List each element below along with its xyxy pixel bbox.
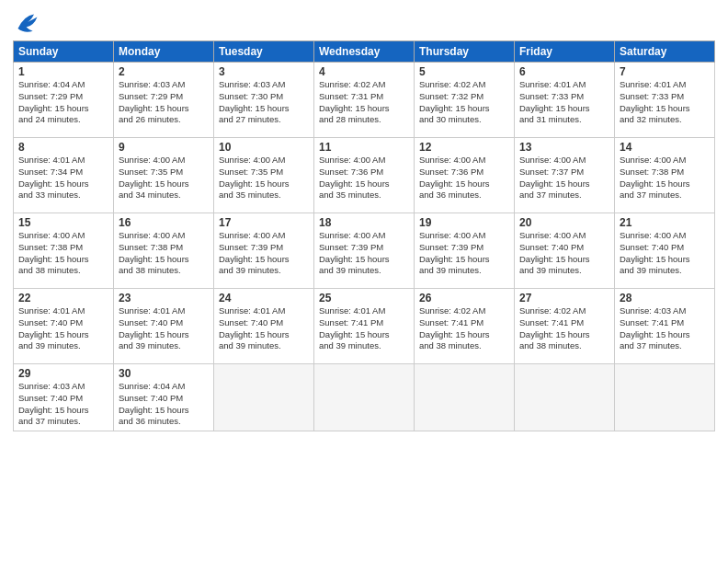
day-info: and 39 minutes. (620, 265, 710, 277)
day-number: 12 (419, 141, 509, 154)
calendar-cell: 8Sunrise: 4:01 AMSunset: 7:34 PMDaylight… (14, 138, 114, 213)
day-info: Sunset: 7:29 PM (119, 91, 209, 103)
day-info: Sunset: 7:40 PM (519, 242, 609, 254)
header-day-saturday: Saturday (615, 41, 715, 63)
day-number: 30 (119, 367, 209, 380)
day-info: and 39 minutes. (419, 265, 509, 277)
calendar-cell: 10Sunrise: 4:00 AMSunset: 7:35 PMDayligh… (214, 138, 314, 213)
day-info: and 38 minutes. (419, 340, 509, 352)
day-info: and 31 minutes. (519, 114, 609, 126)
day-info: Sunrise: 4:00 AM (519, 155, 609, 167)
day-number: 28 (620, 292, 710, 304)
day-info: and 37 minutes. (620, 340, 710, 352)
day-info: Daylight: 15 hours (18, 254, 108, 266)
day-info: and 39 minutes. (18, 340, 108, 352)
day-number: 24 (219, 292, 309, 304)
calendar-cell: 23Sunrise: 4:01 AMSunset: 7:40 PMDayligh… (114, 289, 214, 364)
day-info: and 27 minutes. (219, 114, 309, 126)
day-info: Daylight: 15 hours (319, 329, 409, 341)
day-info: Daylight: 15 hours (219, 329, 309, 341)
day-number: 1 (18, 65, 108, 78)
day-info: Sunset: 7:38 PM (18, 242, 108, 254)
day-info: Sunrise: 4:01 AM (119, 305, 209, 317)
day-info: Sunrise: 4:00 AM (119, 230, 209, 242)
calendar-body: 1Sunrise: 4:04 AMSunset: 7:29 PMDaylight… (14, 63, 715, 431)
day-info: Sunrise: 4:02 AM (419, 305, 509, 317)
day-info: Daylight: 15 hours (319, 103, 409, 115)
day-number: 23 (119, 292, 209, 304)
day-info: Sunrise: 4:04 AM (18, 79, 108, 91)
day-info: Sunrise: 4:01 AM (519, 79, 609, 91)
calendar-cell: 3Sunrise: 4:03 AMSunset: 7:30 PMDaylight… (214, 63, 314, 138)
day-number: 16 (119, 216, 209, 229)
calendar-cell: 12Sunrise: 4:00 AMSunset: 7:36 PMDayligh… (415, 138, 515, 213)
day-info: Daylight: 15 hours (620, 329, 710, 341)
day-info: Sunset: 7:37 PM (519, 167, 609, 178)
day-number: 22 (18, 292, 108, 304)
calendar-cell (314, 364, 415, 431)
day-info: Sunrise: 4:00 AM (319, 230, 409, 242)
calendar-cell: 27Sunrise: 4:02 AMSunset: 7:41 PMDayligh… (515, 289, 615, 364)
day-info: Sunrise: 4:04 AM (119, 381, 209, 393)
day-info: Daylight: 15 hours (18, 405, 108, 417)
day-info: Sunset: 7:41 PM (419, 317, 509, 329)
day-info: Sunset: 7:35 PM (119, 167, 209, 178)
day-info: Sunrise: 4:00 AM (419, 155, 509, 167)
week-row: 15Sunrise: 4:00 AMSunset: 7:38 PMDayligh… (14, 213, 715, 289)
day-info: Daylight: 15 hours (219, 103, 309, 115)
day-info: and 32 minutes. (620, 114, 710, 126)
day-info: and 38 minutes. (18, 265, 108, 277)
calendar-cell: 15Sunrise: 4:00 AMSunset: 7:38 PMDayligh… (14, 213, 114, 289)
day-number: 14 (620, 141, 710, 154)
day-info: Daylight: 15 hours (219, 254, 309, 266)
week-row: 29Sunrise: 4:03 AMSunset: 7:40 PMDayligh… (14, 364, 715, 431)
day-info: Sunset: 7:40 PM (18, 393, 108, 405)
day-number: 9 (119, 141, 209, 154)
day-info: Sunset: 7:40 PM (119, 393, 209, 405)
day-info: and 39 minutes. (319, 265, 409, 277)
day-info: Sunset: 7:40 PM (119, 317, 209, 329)
week-row: 22Sunrise: 4:01 AMSunset: 7:40 PMDayligh… (14, 289, 715, 364)
day-number: 27 (519, 292, 609, 304)
day-info: and 36 minutes. (119, 416, 209, 428)
day-info: and 33 minutes. (18, 190, 108, 201)
day-info: Sunset: 7:36 PM (319, 167, 409, 178)
day-info: and 28 minutes. (319, 114, 409, 126)
day-info: Sunrise: 4:03 AM (219, 79, 309, 91)
day-info: Daylight: 15 hours (519, 103, 609, 115)
header-day-monday: Monday (114, 41, 214, 63)
day-info: Sunrise: 4:00 AM (419, 230, 509, 242)
day-info: Daylight: 15 hours (18, 103, 108, 115)
day-number: 29 (18, 367, 108, 380)
page: SundayMondayTuesdayWednesdayThursdayFrid… (0, 0, 728, 563)
header-row: SundayMondayTuesdayWednesdayThursdayFrid… (14, 41, 715, 63)
day-info: and 24 minutes. (18, 114, 108, 126)
day-info: Sunrise: 4:00 AM (620, 155, 710, 167)
day-info: Daylight: 15 hours (18, 329, 108, 341)
day-info: and 39 minutes. (119, 340, 209, 352)
week-row: 8Sunrise: 4:01 AMSunset: 7:34 PMDaylight… (14, 138, 715, 213)
day-info: Sunset: 7:40 PM (18, 317, 108, 329)
day-info: Daylight: 15 hours (620, 254, 710, 266)
calendar-cell: 17Sunrise: 4:00 AMSunset: 7:39 PMDayligh… (214, 213, 314, 289)
day-info: Sunset: 7:40 PM (620, 242, 710, 254)
day-info: Sunset: 7:35 PM (219, 167, 309, 178)
day-number: 25 (319, 292, 409, 304)
calendar-cell (415, 364, 515, 431)
calendar-cell: 29Sunrise: 4:03 AMSunset: 7:40 PMDayligh… (14, 364, 114, 431)
day-info: Sunset: 7:41 PM (519, 317, 609, 329)
day-info: Sunset: 7:33 PM (519, 91, 609, 103)
header-day-tuesday: Tuesday (214, 41, 314, 63)
day-info: and 35 minutes. (319, 190, 409, 201)
calendar-cell (515, 364, 615, 431)
day-info: and 38 minutes. (519, 340, 609, 352)
calendar-cell: 16Sunrise: 4:00 AMSunset: 7:38 PMDayligh… (114, 213, 214, 289)
day-info: Sunset: 7:39 PM (219, 242, 309, 254)
day-info: Daylight: 15 hours (319, 254, 409, 266)
day-number: 2 (119, 65, 209, 78)
calendar-cell: 14Sunrise: 4:00 AMSunset: 7:38 PMDayligh… (615, 138, 715, 213)
day-number: 15 (18, 216, 108, 229)
day-info: Sunrise: 4:01 AM (18, 155, 108, 167)
calendar-cell: 13Sunrise: 4:00 AMSunset: 7:37 PMDayligh… (515, 138, 615, 213)
day-number: 13 (519, 141, 609, 154)
